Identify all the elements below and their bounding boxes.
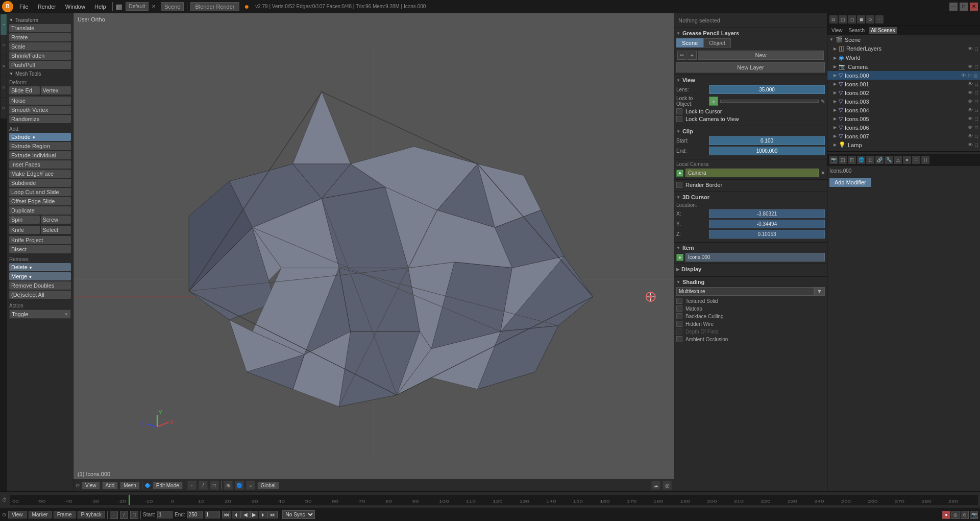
play-back-button[interactable]: ◀ [241, 511, 250, 518]
deselect-all-button[interactable]: (De)select All [9, 291, 71, 299]
tab-icon-tools[interactable]: T [1, 14, 7, 35]
outliner-item-icons006[interactable]: ▶ ▽ Icons.006 👁 □ [827, 123, 980, 132]
lamp-eye-icon[interactable]: 👁 [968, 142, 973, 148]
camera-clear-icon[interactable]: ✕ [821, 170, 825, 176]
view-icon[interactable]: ⊙ [76, 483, 80, 488]
vertex-button[interactable]: Vertex [41, 86, 71, 94]
close-button[interactable]: ✕ [970, 3, 978, 11]
extrude-individual-button[interactable]: Extrude Individual [9, 151, 71, 159]
cursor-z-field[interactable]: 0.10153 [709, 230, 825, 239]
bottom-marker-button[interactable]: Marker [29, 511, 52, 518]
jump-start-button[interactable]: ⏮ [222, 511, 231, 518]
status-icon-3[interactable]: 📷 [970, 511, 978, 519]
shrink-fatten-button[interactable]: Shrink/Fatten [9, 52, 71, 60]
offset-edge-slide-button[interactable]: Offset Edge Slide [9, 197, 71, 205]
prop-icon-data[interactable]: △ [894, 156, 902, 164]
viewport[interactable]: User Ortho [74, 13, 674, 491]
prop-icon-physics[interactable]: ⟨⟩ [921, 156, 929, 164]
rl-eye-icon[interactable]: 👁 [968, 46, 973, 52]
shading-mode-dropdown[interactable]: Multitexture [676, 287, 814, 296]
i001-eye-icon[interactable]: 👁 [968, 81, 973, 87]
render-button[interactable]: ☁ [651, 481, 660, 490]
translate-button[interactable]: Translate [9, 24, 71, 32]
search-tab[interactable]: Search [847, 27, 867, 34]
inset-faces-button[interactable]: Inset Faces [9, 160, 71, 169]
render-menu[interactable]: Render [35, 3, 59, 11]
sync-dropdown[interactable]: No Sync [282, 510, 315, 519]
slide-edge-button[interactable]: Slide Ed [9, 86, 40, 94]
step-back-button[interactable]: ⏴ [232, 511, 241, 518]
spin-button[interactable]: Spin [9, 216, 40, 224]
prop-icon-particles[interactable]: ∷ [912, 156, 920, 164]
prop-icon-object[interactable]: ◻ [866, 156, 874, 164]
bottom-icon[interactable]: ⊙ [2, 512, 6, 517]
i006-eye-icon[interactable]: 👁 [968, 125, 973, 130]
select-button[interactable]: Select [41, 226, 71, 234]
lock-camera-checkbox[interactable] [676, 116, 682, 122]
bottom-view-button[interactable]: View [8, 511, 27, 518]
render-border-checkbox[interactable] [676, 182, 682, 188]
layout-name[interactable]: Default [126, 2, 149, 11]
outliner-item-icons007[interactable]: ▶ ▽ Icons.007 👁 □ [827, 132, 980, 140]
bottom-playback-button[interactable]: Playback [78, 511, 106, 518]
status-icon-1[interactable]: ◎ [951, 511, 960, 519]
end-frame-input[interactable] [187, 511, 203, 518]
lens-field[interactable]: 35.000 [709, 85, 825, 94]
outliner-item-icons003[interactable]: ▶ ▽ Icons.003 👁 □ [827, 97, 980, 106]
maximize-button[interactable]: □ [960, 3, 968, 11]
cursor-x-field[interactable]: -3.80321 [709, 209, 825, 218]
i007-restrict-icon[interactable]: □ [975, 133, 978, 139]
start-frame-input[interactable] [157, 511, 173, 518]
loop-cut-slide-button[interactable]: Loop Cut and Slide [9, 188, 71, 196]
edge-select-button[interactable]: / [199, 481, 208, 490]
i001-restrict-icon[interactable]: □ [975, 81, 978, 87]
screw-button[interactable]: Screw [41, 216, 71, 224]
merge-dropdown-button[interactable]: Merge [9, 272, 71, 280]
add-modifier-button[interactable]: Add Modifier [829, 178, 871, 187]
i003-eye-icon[interactable]: 👁 [968, 99, 973, 104]
tab-icon-relations[interactable]: R [1, 56, 7, 77]
magnet-button[interactable]: 🔵 [235, 481, 244, 490]
window-menu[interactable]: Window [62, 3, 88, 11]
outliner-item-camera[interactable]: ▶ 📷 Camera 👁 □ [827, 62, 980, 71]
knife-project-button[interactable]: Knife Project [9, 236, 71, 244]
i005-eye-icon[interactable]: 👁 [968, 116, 973, 122]
outliner-icon-5[interactable]: ⊙ [866, 15, 874, 23]
overlay-button[interactable]: ◎ [663, 481, 672, 490]
clip-start-field[interactable]: 0.100 [709, 136, 825, 145]
blender-logo[interactable]: B [2, 1, 13, 12]
snap-button[interactable]: ⊕ [224, 481, 233, 490]
outliner-item-lamp[interactable]: ▶ 💡 Lamp 👁 □ [827, 140, 980, 149]
prop-icon-material[interactable]: ● [903, 156, 911, 164]
tab-icon-shading[interactable]: S [1, 77, 7, 98]
face-select-button[interactable]: □ [210, 481, 219, 490]
bisect-button[interactable]: Bisect [9, 245, 71, 253]
outliner-item-icons005[interactable]: ▶ ▽ Icons.005 👁 □ [827, 114, 980, 123]
lock-cursor-checkbox[interactable] [676, 108, 682, 114]
delete-dropdown-button[interactable]: Delete [9, 263, 71, 271]
play-forward-button[interactable]: ▶ [250, 511, 258, 518]
all-scenes-tab[interactable]: All Scenes [869, 27, 897, 34]
view-tab[interactable]: View [829, 27, 845, 34]
new-layer-button[interactable]: New Layer [676, 62, 825, 73]
lock-object-input[interactable] [720, 100, 819, 103]
engine-selector[interactable]: Blender Render [190, 2, 239, 11]
new-gp-button[interactable]: New [698, 51, 824, 60]
cam-eye-icon[interactable]: 👁 [968, 64, 973, 69]
prop-icon-modifiers[interactable]: 🔧 [885, 156, 893, 164]
tab-icon-grease[interactable]: G [1, 98, 7, 119]
i002-eye-icon[interactable]: 👁 [968, 90, 973, 96]
depth-of-field-checkbox[interactable] [676, 328, 682, 335]
prop-icon-scene[interactable]: 📷 [829, 156, 838, 164]
extrude-region-button[interactable]: Extrude Region [9, 142, 71, 150]
clip-end-field[interactable]: 1000.000 [709, 147, 825, 155]
prop-icon-render[interactable]: ◫ [839, 156, 847, 164]
global-local-button[interactable]: Global [257, 482, 279, 489]
proportional-button[interactable]: ○ [246, 481, 255, 490]
plus-icon[interactable]: + [688, 51, 697, 60]
backface-culling-checkbox[interactable] [676, 313, 682, 319]
cam-restrict-icon[interactable]: □ [975, 64, 978, 69]
i004-eye-icon[interactable]: 👁 [968, 107, 973, 113]
jump-end-button[interactable]: ⏭ [268, 511, 278, 518]
timeline-ruler[interactable]: -60 -50 -40 -30 -20 -10 0 10 20 30 40 50… [10, 495, 978, 505]
